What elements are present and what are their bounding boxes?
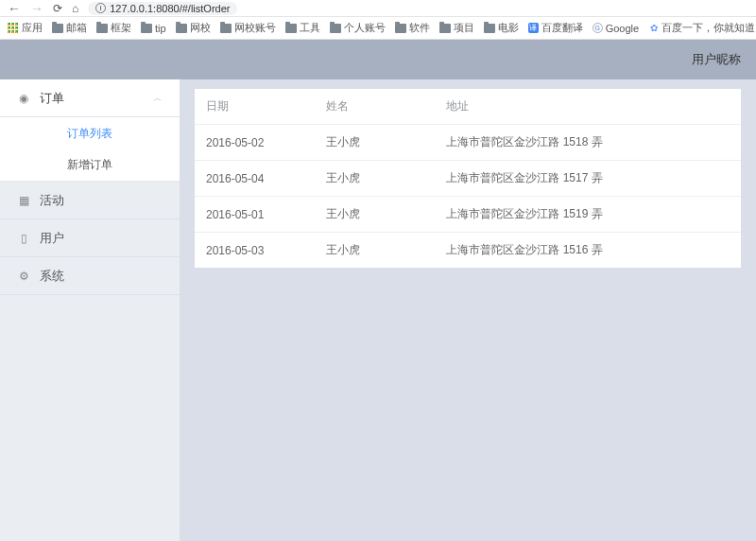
back-icon[interactable]: ← bbox=[8, 1, 21, 16]
bookmark-item[interactable]: 工具 bbox=[285, 21, 320, 35]
sidebar-item-user[interactable]: ▯ 用户 bbox=[0, 219, 180, 257]
document-icon: ▯ bbox=[17, 232, 30, 245]
google-icon: G bbox=[593, 23, 603, 33]
user-nickname-label[interactable]: 用户昵称 bbox=[692, 51, 741, 68]
sidebar-subitem-order-new[interactable]: 新增订单 bbox=[0, 149, 180, 182]
cell-addr: 上海市普陀区金沙江路 1517 弄 bbox=[435, 161, 741, 197]
baidu-translate-icon: 译 bbox=[528, 23, 539, 33]
bookmark-item[interactable]: 邮箱 bbox=[52, 21, 87, 35]
bookmark-item[interactable]: 项目 bbox=[439, 21, 474, 35]
table-header-row: 日期 姓名 地址 bbox=[195, 89, 741, 125]
browser-chrome: ← → ⟳ ⌂ i 127.0.0.1:8080/#/listOrder bbox=[0, 0, 756, 17]
grid-icon: ▦ bbox=[17, 194, 30, 207]
folder-icon bbox=[439, 24, 451, 33]
site-info-icon[interactable]: i bbox=[95, 3, 106, 13]
sidebar-item-label: 订单 bbox=[40, 90, 64, 107]
folder-icon bbox=[141, 24, 152, 33]
cell-date: 2016-05-03 bbox=[195, 233, 315, 269]
folder-icon bbox=[330, 24, 341, 33]
folder-icon bbox=[176, 24, 187, 33]
bookmark-item[interactable]: ✿百度一下，你就知道 bbox=[648, 21, 755, 35]
app-header: 用户昵称 bbox=[0, 40, 756, 79]
sidebar-item-activity[interactable]: ▦ 活动 bbox=[0, 182, 180, 219]
sidebar-item-label: 活动 bbox=[40, 192, 64, 209]
bookmark-item[interactable]: 译百度翻译 bbox=[528, 21, 583, 35]
bookmark-item[interactable]: 网校 bbox=[176, 21, 211, 35]
apps-label: 应用 bbox=[22, 21, 43, 35]
folder-icon bbox=[220, 24, 232, 33]
bookmark-item[interactable]: 框架 bbox=[96, 21, 131, 35]
order-table: 日期 姓名 地址 2016-05-02王小虎上海市普陀区金沙江路 1518 弄2… bbox=[195, 89, 741, 268]
bookmark-item[interactable]: 软件 bbox=[395, 21, 430, 35]
sidebar-item-system[interactable]: ⚙ 系统 bbox=[0, 257, 180, 295]
sidebar-item-label: 系统 bbox=[40, 268, 64, 285]
cell-addr: 上海市普陀区金沙江路 1519 弄 bbox=[435, 197, 741, 233]
sidebar: ◉ 订单 ︿ 订单列表 新增订单 ▦ 活动 ▯ 用户 ⚙ 系统 bbox=[0, 79, 180, 541]
table-row[interactable]: 2016-05-03王小虎上海市普陀区金沙江路 1516 弄 bbox=[195, 233, 741, 269]
gear-icon: ⚙ bbox=[17, 270, 30, 283]
sidebar-subitem-label: 新增订单 bbox=[67, 157, 112, 173]
cell-name: 王小虎 bbox=[315, 233, 435, 269]
cell-date: 2016-05-04 bbox=[195, 161, 315, 197]
reload-icon[interactable]: ⟳ bbox=[53, 2, 62, 15]
address-bar[interactable]: i 127.0.0.1:8080/#/listOrder bbox=[88, 2, 237, 15]
sidebar-subitem-order-list[interactable]: 订单列表 bbox=[0, 117, 180, 149]
cell-addr: 上海市普陀区金沙江路 1516 弄 bbox=[435, 233, 741, 269]
folder-icon bbox=[395, 24, 406, 33]
apps-icon bbox=[8, 23, 19, 34]
sidebar-item-label: 用户 bbox=[40, 230, 64, 247]
url-text: 127.0.0.1:8080/#/listOrder bbox=[110, 3, 230, 14]
bookmark-item[interactable]: 网校账号 bbox=[220, 21, 276, 35]
home-icon[interactable]: ⌂ bbox=[72, 2, 78, 15]
folder-icon bbox=[285, 24, 297, 33]
bookmark-item[interactable]: tip bbox=[141, 23, 166, 34]
folder-icon bbox=[484, 24, 495, 33]
bookmark-item[interactable]: 个人账号 bbox=[330, 21, 386, 35]
col-header-name: 姓名 bbox=[315, 89, 435, 125]
table-row[interactable]: 2016-05-04王小虎上海市普陀区金沙江路 1517 弄 bbox=[195, 161, 741, 197]
cell-name: 王小虎 bbox=[315, 197, 435, 233]
cell-date: 2016-05-01 bbox=[195, 197, 315, 233]
sidebar-item-order[interactable]: ◉ 订单 ︿ bbox=[0, 79, 180, 117]
forward-icon[interactable]: → bbox=[30, 1, 43, 16]
col-header-date: 日期 bbox=[195, 89, 315, 125]
folder-icon bbox=[96, 24, 108, 33]
app-body: ◉ 订单 ︿ 订单列表 新增订单 ▦ 活动 ▯ 用户 ⚙ 系统 日期 bbox=[0, 79, 756, 541]
folder-icon bbox=[52, 24, 63, 33]
cell-addr: 上海市普陀区金沙江路 1518 弄 bbox=[435, 125, 741, 161]
sidebar-subitem-label: 订单列表 bbox=[67, 126, 112, 142]
bookmark-item[interactable]: 电影 bbox=[484, 21, 519, 35]
cell-date: 2016-05-02 bbox=[195, 125, 315, 161]
location-icon: ◉ bbox=[17, 92, 30, 105]
cell-name: 王小虎 bbox=[315, 125, 435, 161]
apps-button[interactable]: 应用 bbox=[8, 21, 43, 35]
bookmarks-bar: 应用 邮箱 框架 tip 网校 网校账号 工具 个人账号 软件 项目 电影 译百… bbox=[0, 17, 756, 40]
bookmark-item[interactable]: GGoogle bbox=[593, 23, 639, 34]
table-row[interactable]: 2016-05-02王小虎上海市普陀区金沙江路 1518 弄 bbox=[195, 125, 741, 161]
main-content: 日期 姓名 地址 2016-05-02王小虎上海市普陀区金沙江路 1518 弄2… bbox=[180, 79, 756, 541]
table-row[interactable]: 2016-05-01王小虎上海市普陀区金沙江路 1519 弄 bbox=[195, 197, 741, 233]
baidu-icon: ✿ bbox=[648, 23, 659, 33]
cell-name: 王小虎 bbox=[315, 161, 435, 197]
chevron-up-icon: ︿ bbox=[153, 92, 163, 105]
col-header-addr: 地址 bbox=[435, 89, 741, 125]
